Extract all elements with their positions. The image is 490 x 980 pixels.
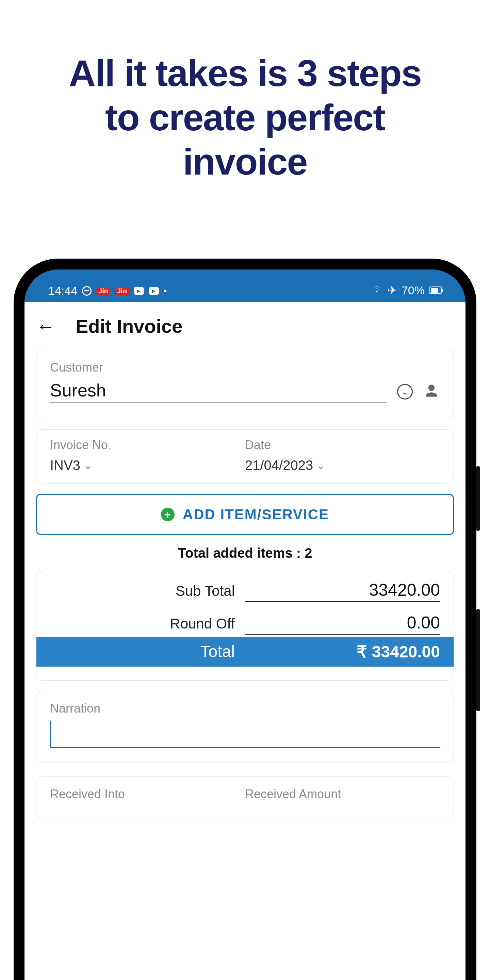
phone-screen: 14:44 Jio Jio ▶ ▶ ✈ 70% ← Edit Invoice xyxy=(24,269,466,980)
customer-label: Customer xyxy=(50,360,440,375)
wifi-icon xyxy=(371,283,382,298)
total-value: ₹ 33420.00 xyxy=(245,642,440,661)
invoice-meta-card: Invoice No. INV3 ⌄ Date 21/04/2023 ⌄ xyxy=(36,430,454,484)
page-title: Edit Invoice xyxy=(76,315,182,337)
invoice-date-label: Date xyxy=(245,438,440,452)
dnd-icon xyxy=(82,286,92,296)
invoice-date-value: 21/04/2023 xyxy=(245,458,313,473)
received-card: Received Into Received Amount xyxy=(36,776,454,817)
invoice-no-dropdown[interactable]: INV3 ⌄ xyxy=(50,458,245,473)
add-item-button[interactable]: + ADD ITEM/SERVICE xyxy=(36,494,454,535)
phone-side-button xyxy=(476,466,480,531)
subtotal-label: Sub Total xyxy=(50,583,245,599)
narration-label: Narration xyxy=(50,701,440,716)
total-bar: Total ₹ 33420.00 xyxy=(37,637,453,667)
narration-input[interactable] xyxy=(50,721,440,748)
narration-card: Narration xyxy=(36,691,454,763)
headline-line-3: invoice xyxy=(0,140,490,184)
subtotal-value: 33420.00 xyxy=(245,580,440,602)
customer-dropdown-icon[interactable]: ⌄ xyxy=(397,384,413,399)
chevron-down-icon: ⌄ xyxy=(84,460,92,471)
marketing-headline: All it takes is 3 steps to create perfec… xyxy=(0,0,490,183)
back-button[interactable]: ← xyxy=(36,315,55,337)
roundoff-value: 0.00 xyxy=(245,613,440,635)
totals-card: Sub Total 33420.00 Round Off 0.00 Total … xyxy=(36,571,454,681)
phone-frame: 14:44 Jio Jio ▶ ▶ ✈ 70% ← Edit Invoice xyxy=(14,259,476,980)
jio-badge: Jio xyxy=(96,287,110,295)
total-label: Total xyxy=(50,642,245,661)
items-count-text: Total added items : 2 xyxy=(36,546,454,561)
invoice-date-dropdown[interactable]: 21/04/2023 ⌄ xyxy=(245,458,440,473)
more-notifications-dot xyxy=(164,290,166,292)
headline-line-2: to create perfect xyxy=(0,95,490,140)
add-item-label: ADD ITEM/SERVICE xyxy=(183,506,329,523)
headline-line-1: All it takes is 3 steps xyxy=(0,51,490,95)
youtube-icon: ▶ xyxy=(134,287,144,295)
airplane-mode-icon: ✈ xyxy=(387,283,397,297)
contact-picker-icon[interactable] xyxy=(423,382,440,401)
youtube-icon: ▶ xyxy=(149,287,159,295)
invoice-no-value: INV3 xyxy=(50,458,80,473)
chevron-down-icon: ⌄ xyxy=(317,460,325,471)
invoice-no-label: Invoice No. xyxy=(50,438,245,452)
battery-icon xyxy=(430,286,442,294)
plus-circle-icon: + xyxy=(161,508,175,521)
status-bar: 14:44 Jio Jio ▶ ▶ ✈ 70% xyxy=(24,269,466,302)
battery-text: 70% xyxy=(401,284,425,297)
customer-input[interactable] xyxy=(50,380,387,403)
phone-side-button xyxy=(476,609,480,711)
app-bar: ← Edit Invoice xyxy=(24,302,466,350)
roundoff-label: Round Off xyxy=(50,616,245,632)
status-time: 14:44 xyxy=(48,284,77,298)
customer-card: Customer ⌄ xyxy=(36,350,454,419)
jio-badge: Jio xyxy=(115,287,129,295)
received-amount-label: Received Amount xyxy=(245,787,440,801)
received-into-label: Received Into xyxy=(50,787,245,801)
